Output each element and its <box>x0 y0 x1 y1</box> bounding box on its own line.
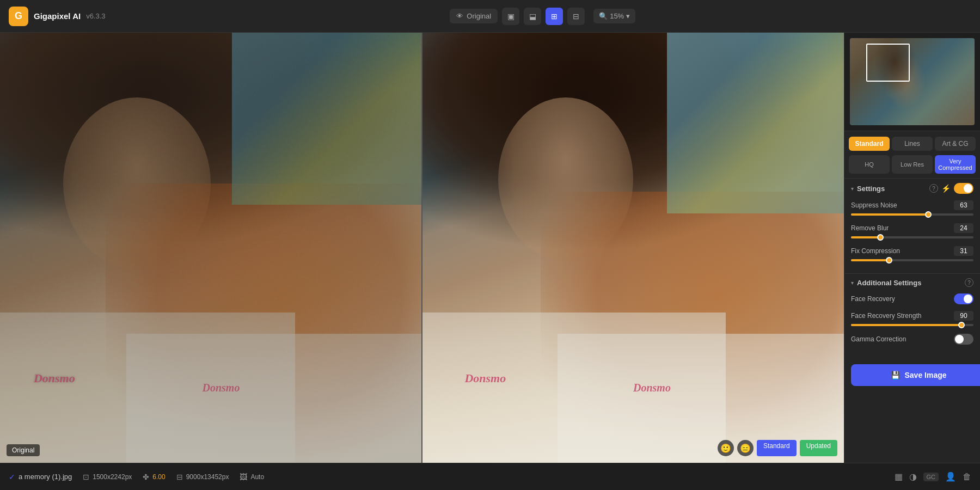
thumbnail-box <box>850 38 975 125</box>
left-panel-label: Original <box>7 444 40 456</box>
mode-value: Auto <box>250 473 264 481</box>
resize-icon: ⊡ <box>83 473 89 481</box>
face-recovery-strength-control: Face Recovery Strength 90 <box>851 311 973 326</box>
face-recovery-strength-label: Face Recovery Strength <box>851 312 921 320</box>
settings-title: Settings <box>857 185 926 193</box>
face-recovery-strength-track[interactable] <box>851 324 973 326</box>
face-recovery-strength-thumb[interactable] <box>958 322 965 328</box>
processed-photo: Donsmo Donsmo <box>422 33 844 463</box>
sub-tabs: HQ Low Res Very Compressed <box>844 153 980 178</box>
gamma-correction-toggle-knob <box>955 335 964 344</box>
original-size: 1500x2242px <box>93 473 132 481</box>
settings-help-icon[interactable]: ? <box>929 184 938 193</box>
lightning-icon: ⚡ <box>941 184 951 193</box>
right-image-panel: Donsmo Donsmo 🙂 😑 Standard Updated <box>422 33 844 463</box>
logo-area: G Gigapixel AI v6.3.3 <box>9 7 106 26</box>
remove-blur-thumb[interactable] <box>877 234 884 241</box>
standard-badge: Standard <box>757 440 797 456</box>
suppress-noise-track[interactable] <box>851 213 973 216</box>
save-image-button[interactable]: 💾 Save Image <box>851 364 980 386</box>
bottom-bar: ✓ a memory (1).jpg ⊡ 1500x2242px ✤ 6.00 … <box>0 463 980 490</box>
tab-lines[interactable]: Lines <box>892 137 933 151</box>
fix-compression-control: Fix Compression 31 <box>851 246 973 261</box>
suppress-noise-thumb[interactable] <box>925 211 932 218</box>
fix-compression-track[interactable] <box>851 259 973 261</box>
output-size-info: ⊟ 9000x13452px <box>176 473 229 481</box>
top-bar: G Gigapixel AI v6.3.3 👁 Original ▣ ⬓ ⊞ ⊟… <box>0 0 980 33</box>
sub-tab-very-compressed[interactable]: Very Compressed <box>935 155 976 174</box>
gamma-correction-row: Gamma Correction <box>851 334 973 345</box>
settings-header[interactable]: ▾ Settings ? ⚡ <box>851 183 973 194</box>
suppress-noise-value: 63 <box>954 200 973 210</box>
face-recovery-strength-fill <box>851 324 961 326</box>
remove-blur-track[interactable] <box>851 236 973 238</box>
save-icon: 💾 <box>891 371 900 379</box>
happy-emoji-button[interactable]: 🙂 <box>718 440 734 456</box>
settings-toggle-knob <box>964 184 972 193</box>
file-name: a memory (1).jpg <box>19 473 72 481</box>
settings-section: ▾ Settings ? ⚡ Suppress Noise 63 <box>844 178 980 273</box>
top-center-controls: 👁 Original ▣ ⬓ ⊞ ⊟ 🔍 15% ▾ <box>114 8 971 25</box>
sub-tab-low-res[interactable]: Low Res <box>892 155 933 174</box>
face-recovery-toggle-knob <box>964 295 972 303</box>
compare-icon: ⊟ <box>573 12 579 21</box>
scale-value: 6.00 <box>152 473 165 481</box>
original-size-info: ⊡ 1500x2242px <box>83 473 132 481</box>
suppress-noise-fill <box>851 213 928 216</box>
thumbnail-area <box>844 33 980 131</box>
eye-icon: 👁 <box>456 12 463 20</box>
save-button-area: 💾 Save Image <box>844 356 980 395</box>
zoom-control[interactable]: 🔍 15% ▾ <box>593 9 635 23</box>
user-icon[interactable]: 👤 <box>945 471 956 482</box>
file-info: ✓ a memory (1).jpg <box>9 473 72 481</box>
app-title: Gigapixel AI <box>34 11 81 21</box>
split-v-icon: ⬓ <box>529 12 536 21</box>
suppress-noise-control: Suppress Noise 63 <box>851 200 973 216</box>
updated-badge: Updated <box>800 440 837 456</box>
original-view-button[interactable]: 👁 Original <box>450 9 498 23</box>
fix-compression-fill <box>851 259 889 261</box>
volume-icon[interactable]: ◑ <box>909 471 917 482</box>
neutral-emoji-button[interactable]: 😑 <box>737 440 754 456</box>
output-icon: ⊟ <box>176 473 183 481</box>
single-view-icon: ▣ <box>507 12 514 21</box>
compare-button[interactable]: ⊟ <box>567 8 585 25</box>
scale-info: ✤ 6.00 <box>143 473 165 481</box>
app-version: v6.3.3 <box>86 12 105 20</box>
additional-settings-header[interactable]: ▾ Additional Settings ? <box>851 278 973 287</box>
left-image-panel: Donsmo Donsmo Original <box>0 33 421 463</box>
split-grid-icon: ⊞ <box>551 12 558 21</box>
grid-icon[interactable]: ▦ <box>895 471 903 482</box>
face-recovery-toggle[interactable] <box>954 293 973 304</box>
single-view-button[interactable]: ▣ <box>502 8 519 25</box>
gamma-correction-toggle[interactable] <box>954 334 973 345</box>
mode-tabs: Standard Lines Art & CG <box>844 131 980 153</box>
zoom-out-icon: 🔍 <box>599 12 608 20</box>
chevron-icon: ▾ <box>851 186 854 192</box>
remove-blur-control: Remove Blur 24 <box>851 223 973 238</box>
face-recovery-row: Face Recovery <box>851 293 973 304</box>
fix-compression-thumb[interactable] <box>886 257 892 264</box>
fix-compression-value: 31 <box>954 246 973 256</box>
tab-standard[interactable]: Standard <box>849 137 890 151</box>
delete-icon[interactable]: 🗑 <box>963 472 971 482</box>
settings-toggle[interactable] <box>954 183 973 194</box>
additional-chevron-icon: ▾ <box>851 280 854 286</box>
tab-art-cg[interactable]: Art & CG <box>935 137 976 151</box>
check-icon: ✓ <box>9 473 15 481</box>
main-area: Donsmo Donsmo Original <box>0 33 980 463</box>
additional-settings-section: ▾ Additional Settings ? Face Recovery Fa… <box>844 273 980 356</box>
split-grid-button[interactable]: ⊞ <box>546 8 563 25</box>
additional-settings-title: Additional Settings <box>857 279 961 287</box>
mode-icon: 🖼 <box>240 473 247 481</box>
gamma-correction-label: Gamma Correction <box>851 335 906 343</box>
right-panel-badges: 🙂 😑 Standard Updated <box>718 440 837 456</box>
gc-badge: GC <box>923 473 939 481</box>
face-recovery-strength-value: 90 <box>954 311 973 321</box>
split-vertical-button[interactable]: ⬓ <box>524 8 541 25</box>
scale-icon: ✤ <box>143 473 149 481</box>
sub-tab-hq[interactable]: HQ <box>849 155 890 174</box>
chevron-down-icon: ▾ <box>626 12 630 20</box>
thumbnail-selector[interactable] <box>866 44 910 82</box>
additional-help-icon[interactable]: ? <box>965 278 973 287</box>
